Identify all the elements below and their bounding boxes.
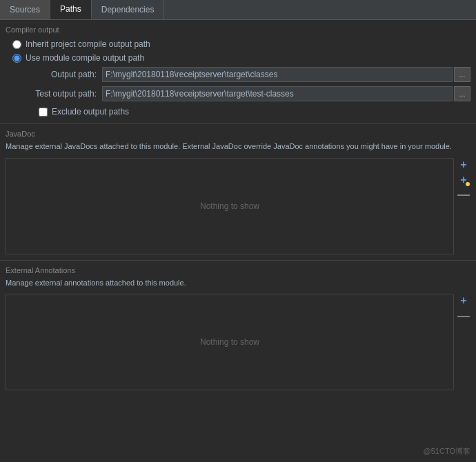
- javadoc-empty-label: Nothing to show: [200, 201, 259, 211]
- javadoc-list-wrapper: Nothing to show + + —: [6, 158, 470, 254]
- annotations-empty-label: Nothing to show: [200, 337, 259, 347]
- main-content: Compiler output Inherit project compile …: [0, 20, 476, 396]
- tab-sources[interactable]: Sources: [0, 0, 50, 19]
- annotations-buttons: + —: [457, 294, 470, 390]
- watermark: @51CTO博客: [424, 446, 470, 456]
- annotations-add-btn[interactable]: +: [457, 294, 470, 308]
- exclude-output-row: Exclude output paths: [39, 107, 470, 117]
- javadoc-edit-btn[interactable]: +: [457, 173, 470, 187]
- javadoc-section: JavaDoc Manage external JavaDocs attache…: [0, 124, 476, 261]
- javadoc-edit-dot: [466, 182, 470, 186]
- javadoc-title: JavaDoc: [6, 130, 470, 138]
- compiler-output-section: Compiler output Inherit project compile …: [0, 20, 476, 124]
- inherit-radio[interactable]: [12, 40, 21, 49]
- tab-dependencies[interactable]: Dependencies: [92, 0, 165, 19]
- test-output-path-input[interactable]: [102, 86, 453, 101]
- radio-group: Inherit project compile output path Use …: [12, 39, 470, 63]
- tab-bar: Sources Paths Dependencies: [0, 0, 476, 20]
- javadoc-add-btn[interactable]: +: [457, 158, 470, 172]
- output-path-row: Output path: ...: [26, 67, 470, 82]
- inherit-radio-label: Inherit project compile output path: [26, 39, 150, 49]
- annotations-title: External Annotations: [6, 266, 470, 274]
- use-module-radio-label: Use module compile output path: [26, 53, 144, 63]
- test-output-path-browse-btn[interactable]: ...: [454, 86, 470, 101]
- annotations-list-wrapper: Nothing to show + —: [6, 294, 470, 390]
- compiler-output-title: Compiler output: [6, 26, 470, 34]
- test-output-path-row: Test output path: ...: [26, 86, 470, 101]
- use-module-radio[interactable]: [12, 54, 21, 63]
- annotations-description: Manage external annotations attached to …: [6, 277, 470, 289]
- use-module-radio-item[interactable]: Use module compile output path: [12, 53, 470, 63]
- output-path-label: Output path:: [26, 70, 102, 79]
- output-path-browse-btn[interactable]: ...: [454, 67, 470, 82]
- test-output-path-label: Test output path:: [26, 89, 102, 99]
- annotations-list: Nothing to show: [6, 294, 454, 390]
- inherit-radio-item[interactable]: Inherit project compile output path: [12, 39, 470, 49]
- javadoc-remove-btn[interactable]: —: [457, 188, 470, 202]
- javadoc-buttons: + + —: [457, 158, 470, 254]
- tab-paths[interactable]: Paths: [50, 0, 92, 19]
- exclude-output-label: Exclude output paths: [52, 107, 129, 117]
- annotations-section: External Annotations Manage external ann…: [0, 261, 476, 396]
- output-path-input[interactable]: [102, 67, 453, 82]
- annotations-remove-btn[interactable]: —: [457, 309, 470, 323]
- javadoc-list: Nothing to show: [6, 158, 454, 254]
- javadoc-description: Manage external JavaDocs attached to thi…: [6, 141, 470, 152]
- exclude-output-checkbox[interactable]: [39, 108, 48, 117]
